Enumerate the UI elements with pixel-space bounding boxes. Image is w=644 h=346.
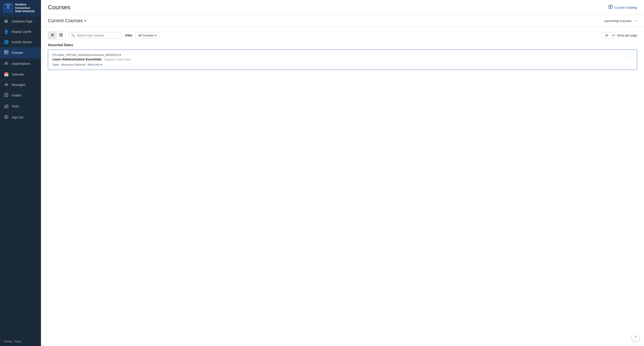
search-box: 🔍 (68, 32, 122, 38)
svg-rect-28 (60, 34, 61, 35)
sidebar-item-bogdan-zamfir[interactable]: 👤 Bogdan Zamfir (0, 26, 41, 37)
items-per-page: 25 50 100 items per page (602, 32, 637, 38)
help-icon: ? (634, 336, 637, 340)
course-card: DTLS042_OFF130_OnlineASynchronous_962020… (48, 50, 637, 70)
sidebar-logo: SC SU SouthernConnecticutState Universit… (0, 0, 41, 16)
items-per-page-label: items per page (617, 34, 637, 37)
sidebar-label-organizations: Organizations (12, 62, 30, 65)
org-icon (4, 61, 9, 66)
star-button[interactable]: ☆ (626, 53, 632, 59)
course-meta: Open | Marianne Kalinoski | More info ▾ (52, 63, 626, 66)
sidebar-label-signout: Sign Out (12, 116, 23, 119)
filter-dropdown[interactable]: All Courses ▾ (136, 32, 160, 38)
sidebar-item-grades[interactable]: Grades (0, 90, 41, 101)
sidebar-item-organizations[interactable]: Organizations (0, 58, 41, 69)
course-view-label: Original Course View (104, 58, 131, 61)
grades-icon (4, 93, 9, 98)
main-content: Courses Course Catalog Current Courses ▾… (41, 0, 644, 346)
svg-point-9 (4, 64, 6, 64)
instructor-name: Marianne Kalinoski (62, 63, 86, 66)
content-area: 🔍 Filter All Courses ▾ 25 50 100 items p… (41, 27, 644, 346)
sidebar-nav: 🏛 Institution Page 👤 Bogdan Zamfir 🌐 Act… (0, 16, 41, 337)
top-header: Courses Course Catalog (41, 0, 644, 15)
logo-text: SouthernConnecticutState University (15, 3, 35, 13)
globe-icon: 🌐 (4, 40, 9, 44)
search-icon: 🔍 (71, 34, 75, 37)
sign-out-icon (4, 115, 9, 120)
arrow-right-icon: → (633, 18, 637, 23)
sub-header: Current Courses ▾ Upcoming Courses → (41, 15, 644, 27)
svg-text:SC: SC (7, 6, 9, 7)
chevron-down-icon: ▾ (84, 19, 86, 23)
course-id: DTLS042_OFF130_OnlineASynchronous_962020… (52, 53, 626, 56)
svg-rect-3 (5, 4, 11, 5)
filter-value: All Courses (138, 34, 154, 37)
institution-icon: 🏛 (4, 19, 9, 24)
section-title: Assorted Dates (48, 43, 637, 47)
sidebar-label-tools: Tools (12, 104, 19, 108)
items-per-page-select[interactable]: 25 50 100 (602, 32, 615, 38)
sidebar-label-calendar: Calendar (12, 73, 24, 76)
svg-rect-18 (4, 106, 6, 108)
sidebar-footer: Privacy Terms (0, 337, 41, 346)
sidebar: SC SU SouthernConnecticutState Universit… (0, 0, 41, 346)
more-info-label: More info (88, 63, 100, 66)
catalog-label: Course Catalog (615, 6, 637, 9)
sidebar-label-courses: Courses (12, 51, 23, 54)
filter-label: Filter (125, 34, 132, 37)
calendar-icon: 📅 (4, 72, 9, 77)
course-catalog-link[interactable]: Course Catalog (608, 4, 637, 10)
upcoming-courses-label: Upcoming Courses (604, 19, 632, 23)
svg-point-10 (7, 64, 8, 64)
svg-point-8 (6, 62, 7, 63)
sidebar-label-institution: Institution Page (12, 20, 32, 23)
sidebar-label-activity: Activity Stream (12, 40, 32, 44)
logo-icon: SC SU (4, 3, 13, 13)
svg-rect-31 (61, 35, 62, 36)
sidebar-label-bogdan: Bogdan Zamfir (12, 30, 32, 34)
svg-rect-29 (61, 34, 62, 35)
grid-view-button[interactable] (57, 32, 65, 39)
list-view-button[interactable] (48, 32, 57, 39)
more-info-chevron-icon: ▾ (100, 63, 102, 66)
view-toggle (48, 32, 66, 39)
svg-rect-21 (609, 5, 610, 9)
user-icon: 👤 (4, 29, 9, 34)
sidebar-label-messages: Messages (12, 83, 26, 86)
svg-rect-22 (611, 5, 612, 9)
sidebar-item-sign-out[interactable]: Sign Out (0, 112, 41, 123)
course-title-row: Learn Administration Essentials Original… (52, 58, 626, 61)
current-courses-button[interactable]: Current Courses ▾ (48, 18, 86, 24)
filter-chevron-icon: ▾ (155, 34, 156, 37)
tools-icon (4, 104, 9, 109)
sidebar-item-tools[interactable]: Tools (0, 101, 41, 112)
sidebar-item-courses[interactable]: Courses (0, 47, 41, 58)
toolbar: 🔍 Filter All Courses ▾ 25 50 100 items p… (48, 32, 637, 39)
svg-rect-19 (6, 105, 8, 108)
sidebar-label-grades: Grades (12, 94, 22, 97)
catalog-icon (608, 4, 613, 10)
messages-icon: ✉ (4, 82, 9, 87)
page-title: Courses (48, 4, 70, 11)
help-button[interactable]: ? (632, 334, 640, 342)
upcoming-courses-link[interactable]: Upcoming Courses → (604, 18, 637, 23)
sidebar-item-activity-stream[interactable]: 🌐 Activity Stream (0, 37, 41, 47)
search-input[interactable] (76, 34, 120, 37)
privacy-link[interactable]: Privacy (4, 340, 12, 343)
sidebar-item-calendar[interactable]: 📅 Calendar (0, 69, 41, 80)
svg-text:SU: SU (7, 7, 9, 9)
open-link[interactable]: Open (52, 63, 59, 66)
terms-link[interactable]: Terms (14, 340, 21, 343)
courses-icon (4, 50, 9, 56)
more-info-link[interactable]: More info ▾ (88, 63, 102, 66)
course-info: DTLS042_OFF130_OnlineASynchronous_962020… (52, 53, 626, 66)
sidebar-item-institution-page[interactable]: 🏛 Institution Page (0, 16, 41, 26)
sidebar-item-messages[interactable]: ✉ Messages (0, 80, 41, 90)
current-courses-label: Current Courses (48, 18, 82, 24)
svg-rect-30 (60, 35, 61, 36)
course-name: Learn Administration Essentials (52, 58, 102, 61)
